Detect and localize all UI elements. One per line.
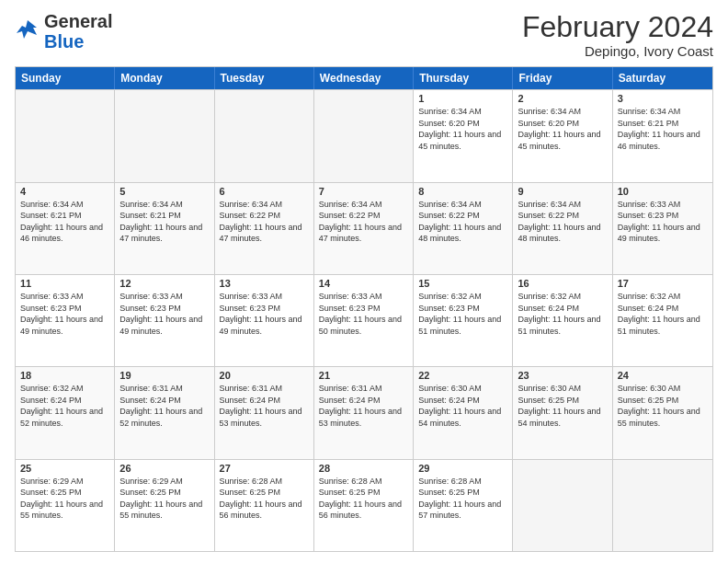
cal-cell: 23Sunrise: 6:30 AMSunset: 6:25 PMDayligh… [513,367,612,458]
cal-cell: 13Sunrise: 6:33 AMSunset: 6:23 PMDayligh… [215,275,314,366]
day-info: Sunrise: 6:31 AMSunset: 6:24 PMDaylight:… [319,383,408,429]
cal-cell: 11Sunrise: 6:33 AMSunset: 6:23 PMDayligh… [16,275,115,366]
header: General Blue February 2024 Depingo, Ivor… [15,11,713,59]
day-number: 1 [418,93,507,104]
cal-cell [215,90,314,181]
calendar-body: 1Sunrise: 6:34 AMSunset: 6:20 PMDaylight… [16,89,712,551]
day-number: 9 [518,186,607,197]
cal-header-monday: Monday [115,67,214,89]
day-info: Sunrise: 6:28 AMSunset: 6:25 PMDaylight:… [319,476,408,522]
cal-cell [115,90,214,181]
cal-header-friday: Friday [513,67,612,89]
day-number: 10 [618,186,708,197]
day-number: 26 [119,463,209,474]
cal-cell: 18Sunrise: 6:32 AMSunset: 6:24 PMDayligh… [16,367,115,458]
day-number: 15 [418,278,507,289]
calendar: SundayMondayTuesdayWednesdayThursdayFrid… [15,66,713,552]
cal-cell [314,90,414,181]
day-info: Sunrise: 6:28 AMSunset: 6:25 PMDaylight:… [418,476,507,522]
calendar-header-row: SundayMondayTuesdayWednesdayThursdayFrid… [16,67,712,89]
day-number: 27 [220,463,309,474]
cal-cell [613,460,712,551]
day-info: Sunrise: 6:29 AMSunset: 6:25 PMDaylight:… [119,476,209,522]
day-number: 7 [319,186,408,197]
day-number: 11 [20,278,109,289]
cal-cell: 10Sunrise: 6:33 AMSunset: 6:23 PMDayligh… [613,183,712,274]
cal-row: 18Sunrise: 6:32 AMSunset: 6:24 PMDayligh… [16,366,712,458]
page: General Blue February 2024 Depingo, Ivor… [0,0,728,563]
day-info: Sunrise: 6:33 AMSunset: 6:23 PMDaylight:… [220,291,309,337]
cal-row: 11Sunrise: 6:33 AMSunset: 6:23 PMDayligh… [16,274,712,366]
cal-cell: 8Sunrise: 6:34 AMSunset: 6:22 PMDaylight… [414,183,513,274]
day-info: Sunrise: 6:32 AMSunset: 6:24 PMDaylight:… [518,291,607,337]
day-info: Sunrise: 6:34 AMSunset: 6:22 PMDaylight:… [319,199,408,245]
day-info: Sunrise: 6:31 AMSunset: 6:24 PMDaylight:… [119,383,209,429]
cal-header-saturday: Saturday [613,67,712,89]
cal-row: 1Sunrise: 6:34 AMSunset: 6:20 PMDaylight… [16,89,712,181]
cal-header-tuesday: Tuesday [215,67,314,89]
cal-cell: 3Sunrise: 6:34 AMSunset: 6:21 PMDaylight… [613,90,712,181]
day-info: Sunrise: 6:32 AMSunset: 6:24 PMDaylight:… [618,291,708,337]
day-info: Sunrise: 6:30 AMSunset: 6:25 PMDaylight:… [618,383,708,429]
day-info: Sunrise: 6:33 AMSunset: 6:23 PMDaylight:… [20,291,109,337]
cal-header-thursday: Thursday [414,67,513,89]
cal-row: 25Sunrise: 6:29 AMSunset: 6:25 PMDayligh… [16,459,712,551]
day-info: Sunrise: 6:34 AMSunset: 6:20 PMDaylight:… [418,106,507,152]
day-info: Sunrise: 6:34 AMSunset: 6:21 PMDaylight:… [20,199,109,245]
cal-cell: 7Sunrise: 6:34 AMSunset: 6:22 PMDaylight… [314,183,414,274]
day-info: Sunrise: 6:33 AMSunset: 6:23 PMDaylight:… [618,199,708,245]
day-number: 17 [618,278,708,289]
day-number: 24 [618,370,708,381]
logo: General Blue [15,11,112,52]
day-number: 12 [119,278,209,289]
day-info: Sunrise: 6:32 AMSunset: 6:24 PMDaylight:… [20,383,109,429]
cal-cell [16,90,115,181]
logo-text: General Blue [44,11,112,52]
cal-header-sunday: Sunday [16,67,115,89]
cal-cell: 22Sunrise: 6:30 AMSunset: 6:24 PMDayligh… [414,367,513,458]
day-info: Sunrise: 6:34 AMSunset: 6:22 PMDaylight:… [518,199,607,245]
day-number: 6 [220,186,309,197]
day-info: Sunrise: 6:34 AMSunset: 6:20 PMDaylight:… [518,106,607,152]
day-number: 4 [20,186,109,197]
cal-cell: 29Sunrise: 6:28 AMSunset: 6:25 PMDayligh… [414,460,513,551]
day-number: 29 [418,463,507,474]
month-title: February 2024 [522,11,713,43]
cal-cell: 27Sunrise: 6:28 AMSunset: 6:25 PMDayligh… [215,460,314,551]
day-number: 21 [319,370,408,381]
day-info: Sunrise: 6:33 AMSunset: 6:23 PMDaylight:… [319,291,408,337]
location: Depingo, Ivory Coast [522,43,713,59]
day-info: Sunrise: 6:30 AMSunset: 6:25 PMDaylight:… [518,383,607,429]
day-number: 16 [518,278,607,289]
day-info: Sunrise: 6:31 AMSunset: 6:24 PMDaylight:… [220,383,309,429]
day-info: Sunrise: 6:34 AMSunset: 6:22 PMDaylight:… [418,199,507,245]
cal-cell: 21Sunrise: 6:31 AMSunset: 6:24 PMDayligh… [314,367,414,458]
cal-cell: 16Sunrise: 6:32 AMSunset: 6:24 PMDayligh… [513,275,612,366]
cal-cell: 4Sunrise: 6:34 AMSunset: 6:21 PMDaylight… [16,183,115,274]
cal-cell: 24Sunrise: 6:30 AMSunset: 6:25 PMDayligh… [613,367,712,458]
day-info: Sunrise: 6:33 AMSunset: 6:23 PMDaylight:… [119,291,209,337]
cal-cell: 9Sunrise: 6:34 AMSunset: 6:22 PMDaylight… [513,183,612,274]
day-info: Sunrise: 6:32 AMSunset: 6:23 PMDaylight:… [418,291,507,337]
day-info: Sunrise: 6:34 AMSunset: 6:21 PMDaylight:… [119,199,209,245]
day-info: Sunrise: 6:34 AMSunset: 6:22 PMDaylight:… [220,199,309,245]
day-number: 13 [220,278,309,289]
day-number: 3 [618,93,708,104]
day-number: 8 [418,186,507,197]
cal-cell [513,460,612,551]
svg-marker-0 [17,20,37,39]
logo-blue: Blue [44,31,112,52]
cal-cell: 20Sunrise: 6:31 AMSunset: 6:24 PMDayligh… [215,367,314,458]
cal-cell: 26Sunrise: 6:29 AMSunset: 6:25 PMDayligh… [115,460,214,551]
day-number: 28 [319,463,408,474]
day-info: Sunrise: 6:29 AMSunset: 6:25 PMDaylight:… [20,476,109,522]
cal-cell: 17Sunrise: 6:32 AMSunset: 6:24 PMDayligh… [613,275,712,366]
cal-cell: 19Sunrise: 6:31 AMSunset: 6:24 PMDayligh… [115,367,214,458]
cal-header-wednesday: Wednesday [314,67,414,89]
logo-bird-icon [15,18,40,44]
day-number: 25 [20,463,109,474]
title-block: February 2024 Depingo, Ivory Coast [522,11,713,59]
day-info: Sunrise: 6:30 AMSunset: 6:24 PMDaylight:… [418,383,507,429]
day-number: 2 [518,93,607,104]
day-number: 14 [319,278,408,289]
